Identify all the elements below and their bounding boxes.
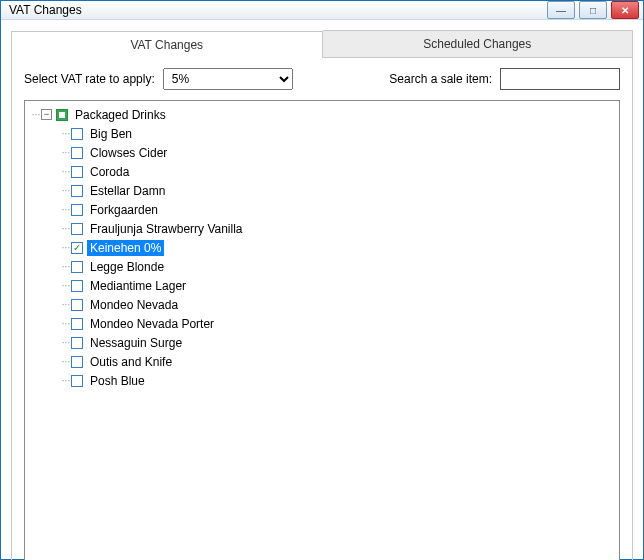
tree-line: ···	[61, 223, 71, 234]
content-area: VAT ChangesScheduled Changes Select VAT …	[1, 20, 643, 560]
checkbox[interactable]	[71, 128, 83, 140]
minimize-button[interactable]: —	[547, 1, 575, 19]
checkbox[interactable]	[71, 166, 83, 178]
expander-icon[interactable]: −	[41, 109, 52, 120]
tree-line: ···	[61, 185, 71, 196]
filter-row: Select VAT rate to apply: 5% Search a sa…	[24, 68, 620, 90]
checkbox[interactable]: ✓	[71, 242, 83, 254]
tab-scheduled-changes[interactable]: Scheduled Changes	[323, 30, 634, 57]
checkbox[interactable]	[71, 299, 83, 311]
checkbox[interactable]	[71, 185, 83, 197]
tree-item-label: Nessaguin Surge	[87, 335, 185, 351]
tree-item[interactable]: ···Outis and Knife	[25, 352, 619, 371]
window-controls: — □ ✕	[547, 1, 639, 19]
tree-item[interactable]: ···Frauljunja Strawberry Vanilla	[25, 219, 619, 238]
tree-item[interactable]: ···Mondeo Nevada Porter	[25, 314, 619, 333]
checkbox[interactable]	[71, 261, 83, 273]
tree-item[interactable]: ···Posh Blue	[25, 371, 619, 390]
tab-vat-changes[interactable]: VAT Changes	[11, 31, 323, 58]
tree-item-label: Mondeo Nevada	[87, 297, 181, 313]
tree-item-label: Frauljunja Strawberry Vanilla	[87, 221, 246, 237]
tree-item-label: Posh Blue	[87, 373, 148, 389]
checkbox[interactable]	[71, 147, 83, 159]
window-close-button[interactable]: ✕	[611, 1, 639, 19]
tree-line: ···	[61, 128, 71, 139]
window-root: VAT Changes — □ ✕ VAT ChangesScheduled C…	[0, 0, 644, 560]
checkbox[interactable]	[71, 223, 83, 235]
tree-parent-label: Packaged Drinks	[72, 107, 169, 123]
tree-line: ···	[61, 375, 71, 386]
tree-item-label: Mondeo Nevada Porter	[87, 316, 217, 332]
tree-line: ···	[31, 109, 41, 120]
tree-line: ···	[61, 166, 71, 177]
tree-item-label: Keinehen 0%	[87, 240, 164, 256]
checkbox[interactable]	[71, 318, 83, 330]
item-tree[interactable]: ···−Packaged Drinks···Big Ben ···Clowses…	[24, 100, 620, 560]
checkbox[interactable]	[71, 337, 83, 349]
tree-item[interactable]: ···Estellar Damn	[25, 181, 619, 200]
checkbox[interactable]	[56, 109, 68, 121]
tree-item-label: Mediantime Lager	[87, 278, 189, 294]
tree-line: ···	[61, 280, 71, 291]
checkbox[interactable]	[71, 280, 83, 292]
checkbox[interactable]	[71, 375, 83, 387]
tree-item[interactable]: ···Mondeo Nevada	[25, 295, 619, 314]
checkbox[interactable]	[71, 356, 83, 368]
vat-rate-label: Select VAT rate to apply:	[24, 72, 155, 86]
tree-line: ···	[61, 337, 71, 348]
tree-item[interactable]: ···Big Ben	[25, 124, 619, 143]
tab-bar: VAT ChangesScheduled Changes	[11, 30, 633, 58]
tree-line: ···	[61, 242, 71, 253]
window-title: VAT Changes	[9, 3, 547, 17]
vat-rate-select[interactable]: 5%	[163, 68, 293, 90]
tree-item[interactable]: ···Nessaguin Surge	[25, 333, 619, 352]
tree-item-label: Big Ben	[87, 126, 135, 142]
tree-item[interactable]: ···Mediantime Lager	[25, 276, 619, 295]
tree-line: ···	[61, 204, 71, 215]
tree-item[interactable]: ···Clowses Cider	[25, 143, 619, 162]
tree-item-label: Outis and Knife	[87, 354, 175, 370]
tree-item[interactable]: ···Forkgaarden	[25, 200, 619, 219]
tree-line: ···	[61, 318, 71, 329]
tree-item[interactable]: ···Coroda	[25, 162, 619, 181]
search-label: Search a sale item:	[389, 72, 492, 86]
tab-pane-vat-changes: Select VAT rate to apply: 5% Search a sa…	[11, 58, 633, 560]
tree-item-label: Coroda	[87, 164, 132, 180]
checkbox[interactable]	[71, 204, 83, 216]
tree-line: ···	[61, 261, 71, 272]
tree-item-label: Clowses Cider	[87, 145, 170, 161]
tree-item-label: Estellar Damn	[87, 183, 168, 199]
maximize-button[interactable]: □	[579, 1, 607, 19]
tree-line: ···	[61, 147, 71, 158]
tree-line: ···	[61, 299, 71, 310]
tree-item-label: Legge Blonde	[87, 259, 167, 275]
tree-item[interactable]: ···Legge Blonde	[25, 257, 619, 276]
tree-item-label: Forkgaarden	[87, 202, 161, 218]
tree-item[interactable]: ···✓Keinehen 0%	[25, 238, 619, 257]
titlebar: VAT Changes — □ ✕	[1, 1, 643, 20]
tree-parent[interactable]: ···−Packaged Drinks	[25, 105, 619, 124]
tree-line: ···	[61, 356, 71, 367]
search-input[interactable]	[500, 68, 620, 90]
